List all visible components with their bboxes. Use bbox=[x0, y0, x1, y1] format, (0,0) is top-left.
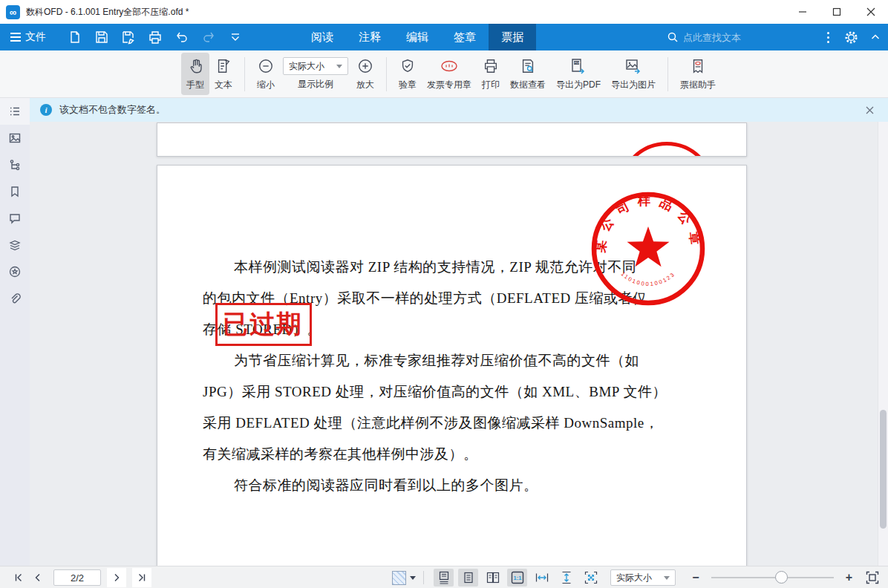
thumbnail-icon[interactable] bbox=[0, 125, 30, 151]
zoom-in-button[interactable]: 放大 bbox=[351, 53, 379, 95]
invoice-seal-label: 发票专用章 bbox=[427, 79, 471, 91]
first-page-button[interactable] bbox=[9, 568, 28, 587]
scrollbar-thumb[interactable] bbox=[880, 410, 887, 529]
document-viewer: i 该文档不包含数字签名。 本样例测试阅读器对 ZIP 结构的支持情况，ZIP … bbox=[30, 98, 888, 566]
pattern-swatch-icon bbox=[392, 571, 406, 585]
minus-circle-icon bbox=[258, 56, 274, 76]
background-pattern-select[interactable] bbox=[392, 571, 416, 585]
chevron-down-icon bbox=[410, 576, 416, 580]
divider bbox=[244, 57, 245, 91]
open-file-button[interactable] bbox=[65, 27, 85, 48]
doc-text-line: 本样例测试阅读器对 ZIP 结构的支持情况，ZIP 规范允许对不同 bbox=[234, 258, 636, 277]
single-page-view-button[interactable] bbox=[458, 569, 478, 587]
search-box[interactable] bbox=[667, 24, 771, 50]
print-button[interactable] bbox=[146, 27, 165, 48]
close-infobar-icon[interactable] bbox=[862, 102, 878, 118]
divider bbox=[667, 57, 668, 91]
save-as-button[interactable] bbox=[119, 27, 138, 48]
status-zoom-select[interactable]: 实际大小 bbox=[610, 569, 676, 586]
last-page-button[interactable] bbox=[132, 568, 151, 587]
ticket-helper-label: 票据助手 bbox=[680, 79, 716, 91]
collapse-toolbar-button[interactable] bbox=[226, 27, 245, 48]
fullscreen-icon[interactable] bbox=[866, 571, 879, 584]
zoom-slider-thumb[interactable] bbox=[775, 571, 788, 584]
export-pdf-button[interactable]: PDF 导出为PDF bbox=[551, 53, 606, 95]
close-button[interactable] bbox=[854, 0, 888, 24]
stamp-serial-text: 1101000100123 bbox=[620, 270, 677, 287]
zoom-out-label: 缩小 bbox=[257, 79, 275, 91]
signature-info-message: 该文档不包含数字签名。 bbox=[59, 103, 166, 117]
menu-bar: 文件 阅读 注释 bbox=[0, 24, 888, 50]
zoom-ratio-select[interactable]: 实际大小 bbox=[283, 57, 348, 75]
print-label: 打印 bbox=[482, 79, 500, 91]
zoom-ratio-value: 实际大小 bbox=[289, 60, 324, 73]
facing-pages-view-button[interactable] bbox=[483, 569, 503, 587]
export-image-button[interactable]: 导出为图片 bbox=[606, 53, 661, 95]
tab-signature[interactable]: 签章 bbox=[441, 24, 489, 50]
more-options-icon[interactable] bbox=[824, 29, 832, 46]
window-title: 数科OFD - 6.1.001 Entry全部不压缩.ofd * bbox=[26, 6, 189, 19]
left-panel-bar bbox=[0, 98, 30, 566]
text-select-icon bbox=[215, 56, 232, 76]
layers-icon[interactable] bbox=[0, 232, 30, 258]
export-pdf-label: 导出为PDF bbox=[556, 79, 601, 91]
zoom-slider-plus[interactable]: + bbox=[843, 571, 855, 584]
tab-annotate[interactable]: 注释 bbox=[346, 24, 394, 50]
chevron-down-icon bbox=[664, 576, 670, 580]
continuous-view-button[interactable] bbox=[434, 569, 454, 587]
page-indicator-input[interactable] bbox=[53, 569, 101, 586]
search-input[interactable] bbox=[683, 32, 771, 43]
print-tool-button[interactable]: 打印 bbox=[477, 53, 505, 95]
collapse-ribbon-icon[interactable] bbox=[870, 32, 881, 42]
export-image-label: 导出为图片 bbox=[611, 79, 656, 91]
minimize-button[interactable] bbox=[786, 0, 820, 24]
redo-button[interactable] bbox=[199, 27, 218, 48]
fit-height-button[interactable] bbox=[556, 569, 576, 587]
undo-button[interactable] bbox=[172, 27, 192, 48]
tab-invoice[interactable]: 票据 bbox=[489, 24, 536, 50]
comment-icon[interactable] bbox=[0, 205, 30, 232]
divider bbox=[423, 571, 424, 584]
fit-page-button[interactable] bbox=[581, 569, 601, 587]
zoom-out-button[interactable]: 缩小 bbox=[252, 53, 280, 95]
verify-seal-button[interactable]: 验章 bbox=[394, 53, 422, 95]
hamburger-icon bbox=[10, 33, 21, 42]
hand-tool-button[interactable]: 手型 bbox=[181, 53, 209, 95]
invoice-seal-button[interactable]: 发票专用章 bbox=[422, 53, 477, 95]
verify-seal-label: 验章 bbox=[399, 79, 417, 91]
title-bar: ∞ 数科OFD - 6.1.001 Entry全部不压缩.ofd * bbox=[0, 0, 888, 24]
settings-gear-icon[interactable] bbox=[844, 30, 858, 45]
shield-check-icon bbox=[399, 56, 416, 76]
company-stamp: 某公司样品公章 1101000100123 bbox=[589, 189, 708, 308]
previous-page-button[interactable] bbox=[28, 568, 48, 587]
seal-icon[interactable] bbox=[0, 258, 30, 285]
data-view-button[interactable]: 数据查看 bbox=[505, 53, 551, 95]
tab-edit[interactable]: 编辑 bbox=[394, 24, 441, 50]
tab-read[interactable]: 阅读 bbox=[298, 24, 346, 50]
data-view-label: 数据查看 bbox=[510, 79, 546, 91]
text-tool-button[interactable]: 文本 bbox=[209, 53, 238, 95]
zoom-slider[interactable] bbox=[711, 577, 834, 578]
vertical-scrollbar[interactable] bbox=[878, 122, 888, 566]
maximize-button[interactable] bbox=[820, 0, 854, 24]
zoom-slider-minus[interactable]: − bbox=[689, 571, 702, 584]
next-page-button[interactable] bbox=[107, 568, 126, 587]
fit-width-button[interactable] bbox=[532, 569, 552, 587]
search-icon bbox=[667, 31, 679, 43]
status-zoom-value: 实际大小 bbox=[616, 572, 652, 584]
doc-text-line: JPG）采用 STORED 处理，对压缩价值高的文件（如 XML、BMP 文件） bbox=[203, 382, 667, 402]
page-1-bottom bbox=[157, 122, 747, 157]
zoom-ratio-group: 实际大小 显示比例 bbox=[280, 53, 351, 94]
bookmark-icon[interactable] bbox=[0, 178, 30, 205]
actual-size-view-button[interactable]: 1:1 bbox=[507, 569, 527, 587]
save-button[interactable] bbox=[92, 27, 111, 48]
file-menu-button[interactable]: 文件 bbox=[0, 24, 56, 50]
chevron-down-icon bbox=[336, 65, 342, 68]
attachment-icon[interactable] bbox=[0, 285, 30, 312]
expired-annotation: 已过期 bbox=[215, 303, 312, 346]
ticket-helper-button[interactable]: 票据助手 bbox=[675, 53, 721, 95]
info-icon: i bbox=[40, 104, 52, 116]
outline-icon[interactable] bbox=[0, 98, 30, 125]
structure-icon[interactable] bbox=[0, 151, 30, 178]
export-image-icon bbox=[624, 56, 642, 76]
